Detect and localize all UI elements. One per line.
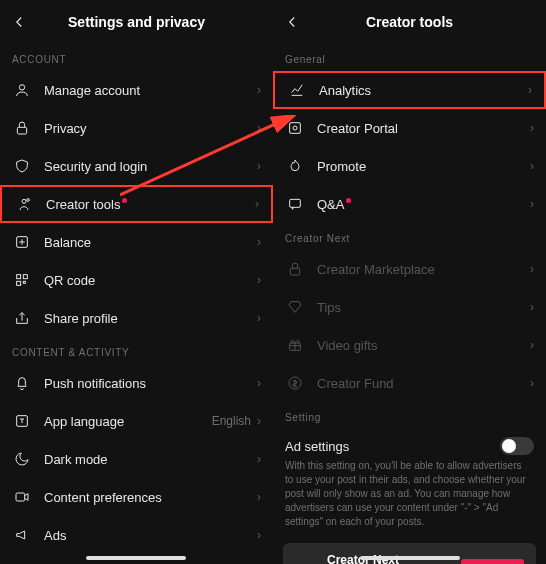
- apply-button[interactable]: Apply: [461, 559, 524, 564]
- chevron-right-icon: ›: [257, 235, 261, 249]
- item-push-notifications[interactable]: Push notifications ›: [0, 364, 273, 402]
- row-label: Creator tools: [46, 197, 255, 212]
- page-title: Settings and privacy: [10, 14, 263, 30]
- row-label: Push notifications: [44, 376, 257, 391]
- chevron-right-icon: ›: [530, 300, 534, 314]
- item-promote[interactable]: Promote ›: [273, 147, 546, 185]
- section-content-activity: CONTENT & ACTIVITY: [0, 337, 273, 364]
- chevron-right-icon: ›: [257, 528, 261, 542]
- section-creator-next: Creator Next: [273, 223, 546, 250]
- ad-settings-toggle[interactable]: [500, 437, 534, 455]
- chevron-right-icon: ›: [257, 376, 261, 390]
- item-content-preferences[interactable]: Content preferences ›: [0, 478, 273, 516]
- item-creator-marketplace[interactable]: Creator Marketplace ›: [273, 250, 546, 288]
- row-label: QR code: [44, 273, 257, 288]
- notification-dot: [346, 198, 351, 203]
- chevron-right-icon: ›: [257, 452, 261, 466]
- section-general: General: [273, 44, 546, 71]
- chevron-right-icon: ›: [530, 197, 534, 211]
- notification-dot: [122, 198, 127, 203]
- portal-icon: [285, 118, 305, 138]
- svg-rect-13: [290, 199, 301, 207]
- svg-rect-14: [290, 268, 299, 275]
- item-qr-code[interactable]: QR code ›: [0, 261, 273, 299]
- row-label: Creator Portal: [317, 121, 530, 136]
- chevron-right-icon: ›: [528, 83, 532, 97]
- diamond-icon: [285, 297, 305, 317]
- analytics-icon: [287, 80, 307, 100]
- chevron-right-icon: ›: [530, 159, 534, 173]
- chevron-right-icon: ›: [255, 197, 259, 211]
- row-value: English: [212, 414, 251, 428]
- language-icon: [12, 411, 32, 431]
- double-chevron-icon: [295, 560, 317, 564]
- qr-code-icon: [12, 270, 32, 290]
- svg-point-12: [293, 126, 297, 130]
- row-label: Promote: [317, 159, 530, 174]
- svg-rect-10: [16, 493, 25, 501]
- section-setting: Setting: [273, 402, 546, 429]
- flame-icon: [285, 156, 305, 176]
- row-label: Q&A: [317, 197, 530, 212]
- moon-icon: [12, 449, 32, 469]
- row-label: Video gifts: [317, 338, 530, 353]
- video-icon: [12, 487, 32, 507]
- creator-next-card: Creator Next Unlock more creator tools t…: [283, 543, 536, 564]
- svg-rect-11: [290, 123, 301, 134]
- chevron-right-icon: ›: [530, 376, 534, 390]
- bell-icon: [12, 373, 32, 393]
- creator-tools-icon: [14, 194, 34, 214]
- item-dark-mode[interactable]: Dark mode ›: [0, 440, 273, 478]
- ad-settings-block: Ad settings With this setting on, you'll…: [273, 429, 546, 529]
- chevron-right-icon: ›: [257, 414, 261, 428]
- chevron-right-icon: ›: [257, 490, 261, 504]
- chevron-right-icon: ›: [257, 121, 261, 135]
- chat-icon: [285, 194, 305, 214]
- row-label: Manage account: [44, 83, 257, 98]
- svg-rect-6: [23, 275, 27, 279]
- item-analytics[interactable]: Analytics ›: [273, 71, 546, 109]
- creator-tools-header: Creator tools: [273, 0, 546, 44]
- share-icon: [12, 308, 32, 328]
- row-label: Content preferences: [44, 490, 257, 505]
- item-app-language[interactable]: App language English ›: [0, 402, 273, 440]
- item-ads[interactable]: Ads ›: [0, 516, 273, 554]
- row-label: Creator Marketplace: [317, 262, 530, 277]
- item-video-gifts[interactable]: Video gifts ›: [273, 326, 546, 364]
- megaphone-icon: [12, 525, 32, 545]
- item-manage-account[interactable]: Manage account ›: [0, 71, 273, 109]
- svg-rect-1: [17, 127, 26, 134]
- item-balance[interactable]: Balance ›: [0, 223, 273, 261]
- svg-point-0: [19, 85, 24, 90]
- item-share-profile[interactable]: Share profile ›: [0, 299, 273, 337]
- item-creator-portal[interactable]: Creator Portal ›: [273, 109, 546, 147]
- item-tips[interactable]: Tips ›: [273, 288, 546, 326]
- settings-pane: Settings and privacy ACCOUNT Manage acco…: [0, 0, 273, 564]
- row-label: Balance: [44, 235, 257, 250]
- row-label: App language: [44, 414, 212, 429]
- chevron-right-icon: ›: [530, 338, 534, 352]
- item-privacy[interactable]: Privacy ›: [0, 109, 273, 147]
- item-creator-fund[interactable]: Creator Fund ›: [273, 364, 546, 402]
- chevron-right-icon: ›: [257, 311, 261, 325]
- lock-icon: [285, 259, 305, 279]
- row-label: Tips: [317, 300, 530, 315]
- svg-rect-5: [17, 275, 21, 279]
- chevron-right-icon: ›: [257, 159, 261, 173]
- svg-rect-8: [23, 281, 25, 283]
- home-indicator: [86, 556, 186, 560]
- page-title: Creator tools: [283, 14, 536, 30]
- home-indicator: [360, 556, 460, 560]
- item-security[interactable]: Security and login ›: [0, 147, 273, 185]
- creator-tools-pane: Creator tools General Analytics › Creato…: [273, 0, 546, 564]
- settings-header: Settings and privacy: [0, 0, 273, 44]
- user-icon: [12, 80, 32, 100]
- row-label: Security and login: [44, 159, 257, 174]
- chevron-right-icon: ›: [530, 121, 534, 135]
- row-label: Dark mode: [44, 452, 257, 467]
- item-creator-tools[interactable]: Creator tools ›: [0, 185, 273, 223]
- chevron-right-icon: ›: [257, 83, 261, 97]
- dollar-icon: [285, 373, 305, 393]
- item-qa[interactable]: Q&A ›: [273, 185, 546, 223]
- row-label: Share profile: [44, 311, 257, 326]
